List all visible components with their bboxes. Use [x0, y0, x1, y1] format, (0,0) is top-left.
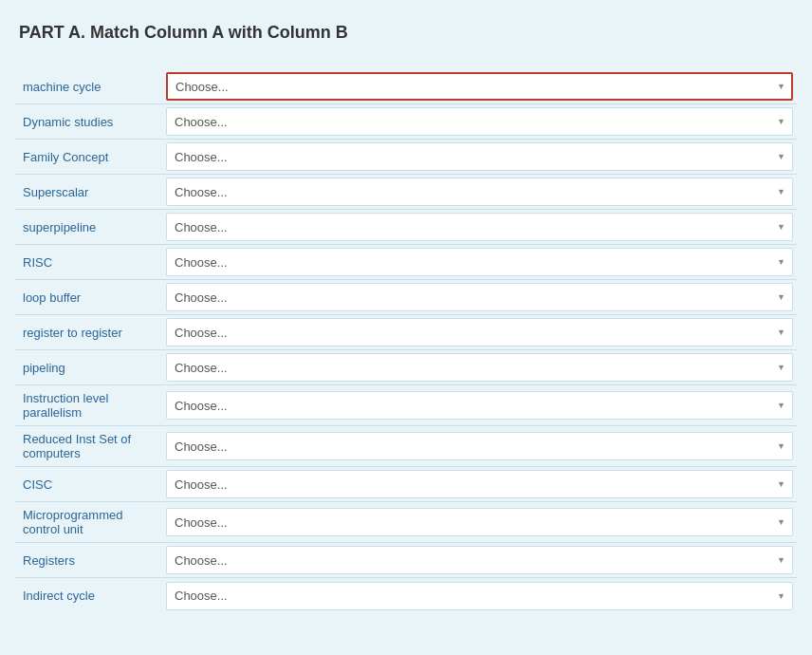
table-row: SuperscalarChoose...Option AOption BOpti… [15, 175, 797, 210]
table-row: pipelingChoose...Option AOption BOption … [15, 350, 797, 385]
label-superpipeline: superpipeline [15, 215, 162, 240]
select-cisc[interactable]: Choose...Option AOption BOption COption … [166, 470, 793, 498]
table-row: superpipelineChoose...Option AOption BOp… [15, 210, 797, 245]
label-pipeling: pipeling [15, 355, 162, 381]
label-loop-buffer: loop buffer [15, 285, 162, 310]
select-registers[interactable]: Choose...Option AOption BOption COption … [166, 546, 793, 574]
table-row: CISCChoose...Option AOption BOption COpt… [15, 467, 797, 502]
table-row: RegistersChoose...Option AOption BOption… [15, 543, 797, 578]
select-family-concept[interactable]: Choose...Option AOption BOption COption … [166, 142, 793, 171]
label-machine-cycle: machine cycle [15, 74, 162, 100]
select-loop-buffer[interactable]: Choose...Option AOption BOption COption … [166, 283, 793, 311]
label-dynamic-studies: Dynamic studies [15, 109, 162, 135]
label-registers: Registers [15, 548, 162, 573]
label-cisc: CISC [15, 472, 162, 497]
table-row: Reduced Inst Set of computersChoose...Op… [15, 426, 797, 467]
label-superscalar: Superscalar [15, 179, 162, 205]
table-row: RISCChoose...Option AOption BOption COpt… [15, 245, 797, 280]
table-row: Dynamic studiesChoose...Option AOption B… [15, 104, 797, 140]
select-superpipeline[interactable]: Choose...Option AOption BOption COption … [166, 213, 793, 241]
select-dynamic-studies[interactable]: Choose...Option AOption BOption COption … [166, 107, 793, 136]
table-row: Family ConceptChoose...Option AOption BO… [15, 140, 797, 175]
table-row: Indirect cycleChoose...Option AOption BO… [15, 578, 797, 613]
table-row: loop bufferChoose...Option AOption BOpti… [15, 280, 797, 315]
select-instruction-level-parallelism[interactable]: Choose...Option AOption BOption COption … [166, 391, 793, 420]
select-indirect-cycle[interactable]: Choose...Option AOption BOption COption … [166, 582, 793, 610]
table-row: Instruction level parallelismChoose...Op… [15, 385, 797, 426]
table-row: machine cycleChoose...Option AOption BOp… [15, 69, 797, 104]
label-family-concept: Family Concept [15, 144, 162, 170]
match-table: machine cycleChoose...Option AOption BOp… [15, 69, 797, 613]
page-container: PART A. Match Column A with Column B mac… [0, 0, 812, 628]
select-reduced-inst-set[interactable]: Choose...Option AOption BOption COption … [166, 432, 793, 460]
label-register-to-register: register to register [15, 320, 162, 346]
select-machine-cycle[interactable]: Choose...Option AOption BOption COption … [166, 72, 793, 101]
select-risc[interactable]: Choose...Option AOption BOption COption … [166, 248, 793, 276]
select-register-to-register[interactable]: Choose...Option AOption BOption COption … [166, 318, 793, 346]
label-indirect-cycle: Indirect cycle [15, 583, 162, 608]
table-row: register to registerChoose...Option AOpt… [15, 315, 797, 350]
label-reduced-inst-set: Reduced Inst Set of computers [15, 426, 162, 466]
select-microprogrammed-control-unit[interactable]: Choose...Option AOption BOption COption … [166, 508, 793, 536]
label-microprogrammed-control-unit: Microprogrammed control unit [15, 502, 162, 542]
select-pipeling[interactable]: Choose...Option AOption BOption COption … [166, 353, 793, 382]
label-risc: RISC [15, 250, 162, 275]
label-instruction-level-parallelism: Instruction level parallelism [15, 385, 162, 425]
table-row: Microprogrammed control unitChoose...Opt… [15, 502, 797, 543]
page-title: PART A. Match Column A with Column B [15, 15, 797, 50]
select-superscalar[interactable]: Choose...Option AOption BOption COption … [166, 178, 793, 206]
